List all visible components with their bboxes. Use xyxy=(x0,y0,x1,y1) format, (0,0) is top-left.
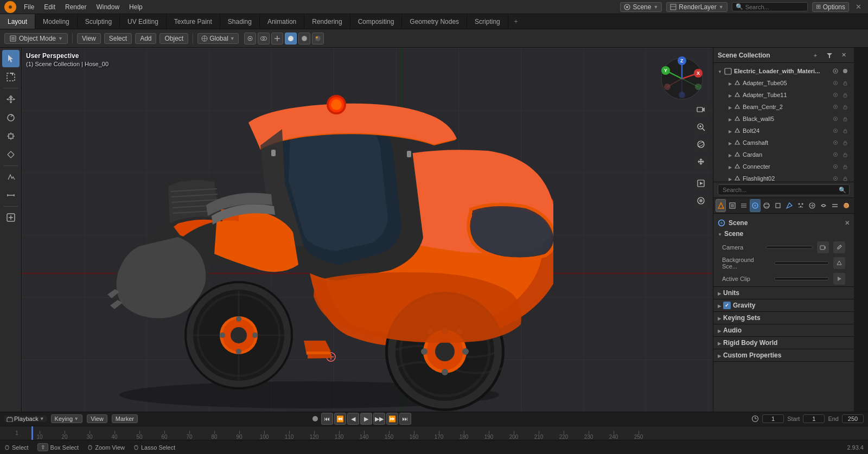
scene-selector[interactable]: Scene ▼ xyxy=(620,2,662,12)
lock-6[interactable] xyxy=(841,150,850,159)
tree-item-4[interactable]: Bolt24 xyxy=(713,125,854,137)
orbit-btn[interactable] xyxy=(693,137,709,152)
timeline-mode-select[interactable]: Playback ▼ xyxy=(4,415,47,422)
view-menu[interactable]: View xyxy=(77,33,101,44)
props-tab-data[interactable] xyxy=(830,199,840,212)
tab-animation[interactable]: Animation xyxy=(260,14,304,29)
measure-tool[interactable] xyxy=(2,187,20,204)
tree-item-1[interactable]: Adapter_Tube11 xyxy=(713,89,854,101)
tab-texture-paint[interactable]: Texture Paint xyxy=(167,14,220,29)
rendered-shading-btn[interactable] xyxy=(312,33,324,44)
lock-8[interactable] xyxy=(841,174,850,182)
props-tab-particles[interactable] xyxy=(796,199,806,212)
status-zoom[interactable]: Zoom View xyxy=(87,444,125,451)
tree-item-7[interactable]: Connecter xyxy=(713,161,854,172)
lock-3[interactable] xyxy=(841,114,850,123)
keying-menu[interactable]: Keying ▼ xyxy=(51,414,83,423)
add-menu[interactable]: Add xyxy=(135,33,156,44)
lock-7[interactable] xyxy=(841,162,850,171)
viewport-render-btn[interactable] xyxy=(693,193,709,208)
status-lasso[interactable]: Lasso Select xyxy=(133,444,175,451)
vis-8[interactable] xyxy=(831,174,840,182)
timeline-ruler[interactable]: 1 10 20 30 40 50 60 70 80 90 100 110 120… xyxy=(0,426,868,440)
menu-file[interactable]: File xyxy=(20,2,39,12)
status-select[interactable]: Select xyxy=(4,444,29,451)
object-menu[interactable]: Object xyxy=(159,33,188,44)
transform-tool[interactable] xyxy=(2,146,20,163)
vis-7[interactable] xyxy=(831,162,840,171)
panel-close-btn[interactable]: ✕ xyxy=(838,49,850,61)
select-box-tool[interactable] xyxy=(2,68,20,86)
props-search-input[interactable] xyxy=(718,184,850,195)
bg-scene-value[interactable] xyxy=(774,261,829,265)
vis-3[interactable] xyxy=(831,114,840,123)
search-input[interactable] xyxy=(745,4,800,10)
pan-btn[interactable] xyxy=(693,154,709,169)
menu-window[interactable]: Window xyxy=(92,2,124,12)
vis-6[interactable] xyxy=(831,150,840,159)
viewport[interactable]: User Perspective (1) Scene Collection | … xyxy=(22,48,713,412)
vis-0[interactable] xyxy=(831,79,840,87)
menu-edit[interactable]: Edit xyxy=(40,2,60,12)
cursor-tool[interactable] xyxy=(2,50,20,67)
tree-item-collection-root[interactable]: Electric_Loader_with_Materi... xyxy=(713,65,854,77)
tab-sculpting[interactable]: Sculpting xyxy=(78,14,120,29)
camera-browse-btn[interactable] xyxy=(817,241,829,253)
global-search[interactable]: 🔍 xyxy=(732,2,808,11)
tab-shading[interactable]: Shading xyxy=(220,14,260,29)
gravity-header[interactable]: ✓ Gravity xyxy=(713,299,854,311)
active-clip-value[interactable] xyxy=(774,277,829,280)
camera-edit-btn[interactable] xyxy=(833,241,845,253)
filter-btn[interactable]: ⊞ Options xyxy=(812,2,849,12)
current-frame-input[interactable]: 1 xyxy=(762,414,784,423)
gizmo-btn[interactable] xyxy=(271,33,283,44)
status-box-select[interactable]: ⇧ Box Select xyxy=(37,443,79,451)
vis-2[interactable] xyxy=(831,103,840,111)
lock-1[interactable] xyxy=(841,91,850,99)
solid-shading-btn[interactable] xyxy=(285,33,297,44)
step-back-btn[interactable]: ◀ xyxy=(347,413,359,425)
timeline-view-menu[interactable]: View xyxy=(87,414,107,423)
menu-help[interactable]: Help xyxy=(125,2,147,12)
custom-props-header[interactable]: Custom Properties xyxy=(713,349,854,361)
start-frame-input[interactable]: 1 xyxy=(803,414,825,423)
tree-item-2[interactable]: Beam_Centr_2 xyxy=(713,101,854,113)
exclude-toggle[interactable] xyxy=(841,67,850,75)
timeline-marker-menu[interactable]: Marker xyxy=(112,414,138,423)
vis-5[interactable] xyxy=(831,138,840,147)
add-workspace-btn[interactable]: ＋ xyxy=(508,14,524,29)
rotate-tool[interactable] xyxy=(2,109,20,126)
zoom-btn[interactable] xyxy=(693,119,709,135)
lock-0[interactable] xyxy=(841,79,850,87)
snap-btn[interactable] xyxy=(244,33,256,44)
tab-modeling[interactable]: Modeling xyxy=(35,14,78,29)
overlay-btn[interactable] xyxy=(258,33,270,44)
audio-header[interactable]: Audio xyxy=(713,324,854,336)
tree-item-5[interactable]: Camshaft xyxy=(713,137,854,149)
panel-add-btn[interactable]: + xyxy=(809,49,821,61)
props-tab-modifiers[interactable] xyxy=(784,199,795,212)
rigid-body-world-header[interactable]: Rigid Body World xyxy=(713,337,854,349)
axis-gizmo[interactable]: X Y Z xyxy=(658,54,706,103)
add-object-tool[interactable] xyxy=(2,209,20,226)
props-tab-constraints[interactable] xyxy=(819,199,829,212)
menu-render[interactable]: Render xyxy=(61,2,91,12)
tree-item-8[interactable]: Flashlight02 xyxy=(713,172,854,182)
lock-2[interactable] xyxy=(841,103,850,111)
bg-scene-browse-btn[interactable] xyxy=(833,257,845,269)
tab-scripting[interactable]: Scripting xyxy=(467,14,508,29)
prev-frame-btn[interactable]: ⏪ xyxy=(334,413,346,425)
props-tab-material[interactable] xyxy=(841,199,852,212)
tab-compositing[interactable]: Compositing xyxy=(350,14,403,29)
props-tab-world[interactable] xyxy=(762,199,772,212)
transform-selector[interactable]: Global ▼ xyxy=(197,33,239,44)
gravity-checkbox[interactable]: ✓ xyxy=(723,302,731,309)
vis-1[interactable] xyxy=(831,91,840,99)
tab-layout[interactable]: Layout xyxy=(0,14,35,29)
vis-4[interactable] xyxy=(831,126,840,135)
units-header[interactable]: Units xyxy=(713,287,854,299)
next-frame-btn[interactable]: ⏩ xyxy=(386,413,398,425)
material-shading-btn[interactable] xyxy=(298,33,310,44)
props-tab-output[interactable] xyxy=(727,199,737,212)
render-layer-selector[interactable]: RenderLayer ▼ xyxy=(666,2,727,12)
